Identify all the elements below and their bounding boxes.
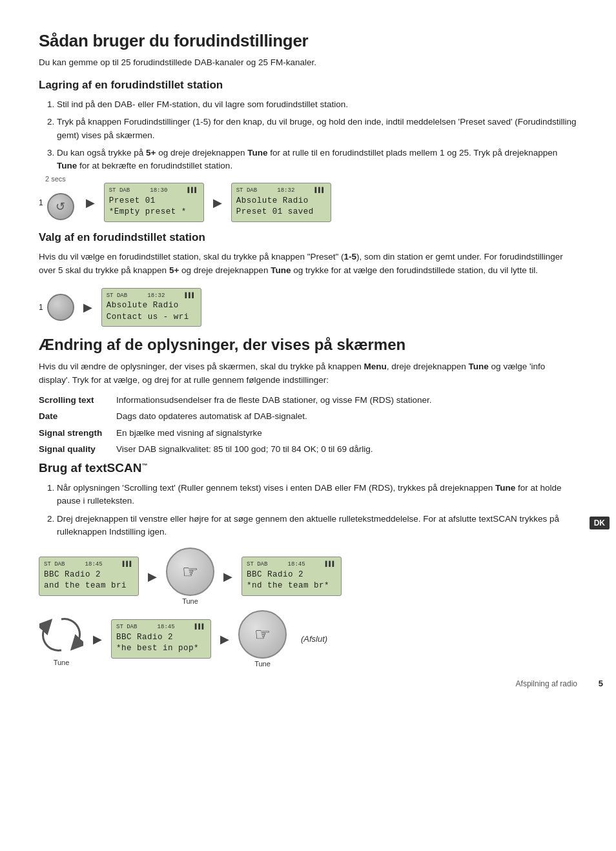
screen-preset-2: ST DAB 18:32 ▌▌▌ Absolute Radio Preset 0…: [231, 183, 331, 222]
feature-list: Scrolling text Informationsudsendelser f…: [39, 394, 577, 456]
bbc3-time: 18:45: [158, 623, 175, 631]
screen3-line2: Contact us - wri: [107, 312, 196, 323]
feature-def-1: Dags dato opdateres automatisk af DAB-si…: [116, 410, 577, 423]
screen3-time: 18:32: [147, 292, 165, 300]
feature-term-0: Scrolling text: [39, 394, 116, 407]
feature-row-3: Signal quality Viser DAB signalkvalitet:…: [39, 443, 577, 456]
screen1-line2: *Empty preset *: [109, 207, 198, 218]
feature-def-0: Informationsudsendelser fra de fleste DA…: [116, 394, 577, 407]
screen-bbc-2: ST DAB 18:45 ▌▌▌ BBC Radio 2 *nd the tea…: [241, 557, 342, 596]
tune-finger-1-group: ☞ Tune: [166, 548, 214, 605]
bbc3-topbar: ST DAB: [116, 623, 137, 631]
feature-def-3: Viser DAB signalkvalitet: 85 til 100 god…: [116, 443, 577, 456]
number-label-1b: 1: [39, 303, 43, 312]
arrow6: ▶: [93, 632, 102, 646]
subtitle-text: Du kan gemme op til 25 forudindstillede …: [39, 57, 577, 67]
feature-row-0: Scrolling text Informationsudsendelser f…: [39, 394, 577, 407]
section2-title: Valg af en forudindstillet station: [39, 231, 577, 244]
tune-finger-2-group: ☞ Tune: [238, 610, 287, 668]
step2: Tryk på knappen Forudindstillinger (1-5)…: [57, 116, 577, 142]
section3-title: Ændring af de oplysninger, der vises på …: [39, 336, 577, 354]
bbc1-line2: and the team bri: [44, 580, 133, 592]
bbc2-line1: BBC Radio 2: [247, 569, 336, 581]
arrow5: ▶: [223, 569, 232, 584]
step4-1: Når oplysningen 'Scrolling text' (Ruller…: [57, 482, 577, 508]
bottom-images: ST DAB 18:45 ▌▌▌ BBC Radio 2 and the tea…: [39, 548, 577, 668]
section4-steps: Når oplysningen 'Scrolling text' (Ruller…: [39, 482, 577, 538]
finger-icon-2: ☞: [254, 624, 271, 645]
tune-label-1: Tune: [182, 597, 198, 605]
feature-row-1: Date Dags dato opdateres automatisk af D…: [39, 410, 577, 423]
bbc3-line2: *he best in pop*: [116, 643, 205, 655]
bbc3-signal: ▌▌▌: [195, 623, 205, 631]
step4-2: Drej drejeknappen til venstre eller højr…: [57, 513, 577, 539]
preset-screen-group: 1 2 secs ↺ ▶ ST DAB 18:30 ▌▌▌ Preset 01 …: [39, 183, 577, 222]
bbc2-signal: ▌▌▌: [325, 560, 336, 569]
feature-term-2: Signal strength: [39, 427, 116, 440]
secs-label: 2 secs: [45, 175, 66, 183]
tune-knob-2: ☞: [238, 610, 287, 659]
screen1-topbar: ST DAB: [109, 187, 130, 195]
screen-select: ST DAB 18:32 ▌▌▌ Absolute Radio Contact …: [101, 288, 201, 327]
section2-body: Hvis du vil vælge en forudindstillet sta…: [39, 251, 577, 278]
screen2-line1: Absolute Radio: [236, 196, 325, 207]
bbc2-topbar: ST DAB: [247, 560, 267, 569]
screen-preset-1: ST DAB 18:30 ▌▌▌ Preset 01 *Empty preset…: [104, 183, 204, 222]
tune-knob-1: ☞: [166, 548, 214, 596]
screen-bbc-1: ST DAB 18:45 ▌▌▌ BBC Radio 2 and the tea…: [39, 557, 139, 596]
footer-text: Afspilning af radio: [516, 679, 577, 688]
screen1-time: 18:30: [150, 187, 167, 195]
arrow2: ▶: [213, 196, 222, 210]
bottom-row-1: ST DAB 18:45 ▌▌▌ BBC Radio 2 and the tea…: [39, 548, 577, 605]
tune-label-bottom-left: Tune: [54, 659, 70, 666]
arrow3: ▶: [83, 300, 92, 314]
screen2-time: 18:32: [277, 187, 294, 195]
screen2-line2: Preset 01 saved: [236, 207, 325, 218]
select-screen-group: 1 ▶ ST DAB 18:32 ▌▌▌ Absolute Radio Cont…: [39, 288, 577, 327]
step1: Stil ind på den DAB- eller FM-station, d…: [57, 98, 577, 111]
dk-badge: DK: [590, 517, 610, 529]
bbc2-time: 18:45: [288, 560, 305, 569]
bbc1-line1: BBC Radio 2: [44, 569, 133, 581]
curved-arrows-icon: [39, 612, 84, 657]
section4-title: Brug af textSCAN™: [39, 461, 577, 475]
finger-icon-1: ☞: [182, 561, 198, 582]
arrow7: ▶: [220, 632, 229, 646]
tune-label-2: Tune: [254, 660, 271, 668]
bbc1-topbar: ST DAB: [44, 560, 65, 569]
arrow4: ▶: [148, 569, 157, 584]
screen3-signal: ▌▌▌: [185, 292, 195, 300]
bbc1-time: 18:45: [85, 560, 103, 569]
section1-steps: Stil ind på den DAB- eller FM-station, d…: [39, 98, 577, 172]
bbc3-line1: BBC Radio 2: [116, 632, 205, 644]
screen1-signal: ▌▌▌: [187, 187, 198, 195]
feature-term-1: Date: [39, 410, 116, 423]
preset-button-group: 1 2 secs ↺: [39, 185, 77, 220]
curved-arrows-group: Tune: [39, 612, 84, 666]
number-label-1: 1: [39, 198, 43, 207]
screen3-line1: Absolute Radio: [107, 300, 196, 312]
arrow1: ▶: [86, 196, 95, 210]
feature-row-2: Signal strength En bjælke med visning af…: [39, 427, 577, 440]
screen-bbc-3: ST DAB 18:45 ▌▌▌ BBC Radio 2 *he best in…: [111, 619, 211, 659]
section1-title: Lagring af en forudindstillet station: [39, 79, 577, 92]
bottom-row-2: Tune ▶ ST DAB 18:45 ▌▌▌ BBC Radio 2 *he …: [39, 610, 577, 668]
afslut-label: (Afslut): [301, 634, 327, 644]
trademark: ™: [141, 462, 147, 469]
secs-indicator: 2 secs ↺: [47, 185, 74, 220]
screen2-signal: ▌▌▌: [314, 187, 325, 195]
bbc2-line2: *nd the team br*: [247, 580, 336, 592]
bbc1-signal: ▌▌▌: [123, 560, 133, 569]
footer-page: 5: [599, 679, 603, 688]
main-title: Sådan bruger du forudindstillinger: [39, 31, 577, 51]
feature-def-2: En bjælke med visning af signalstyrke: [116, 427, 577, 440]
step3: Du kan også trykke på 5+ og dreje drejek…: [57, 147, 577, 173]
feature-term-3: Signal quality: [39, 443, 116, 456]
page: Sådan bruger du forudindstillinger Du ka…: [0, 0, 616, 704]
screen3-topbar: ST DAB: [107, 292, 127, 300]
screen1-line1: Preset 01: [109, 196, 198, 207]
section3-body: Hvis du vil ændre de oplysninger, der vi…: [39, 360, 577, 387]
screen2-topbar: ST DAB: [236, 187, 257, 195]
